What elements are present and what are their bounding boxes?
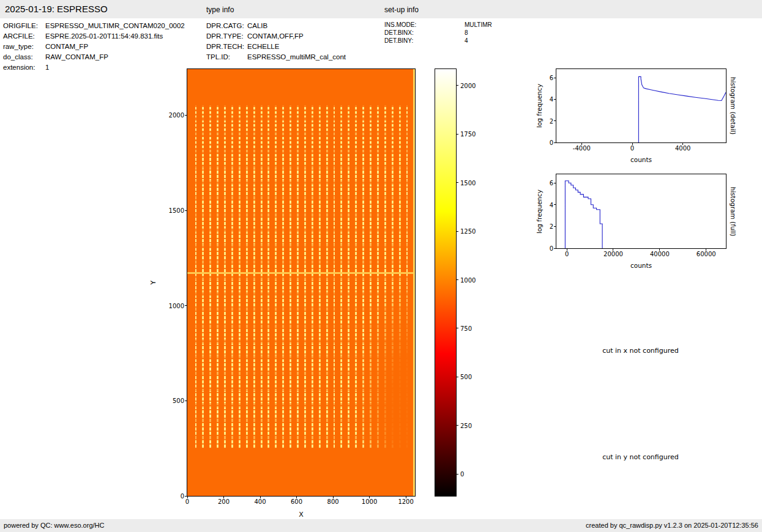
echelle-orders-pattern [190, 105, 413, 448]
tick-label: 4 [550, 201, 553, 208]
tick-label: 2000 [169, 112, 184, 119]
footer-bar: powered by QC: www.eso.org/HC created by… [0, 519, 762, 532]
field-value: ESPRE.2025-01-20T11:54:49.831.fits [45, 31, 163, 42]
tick-label: 1500 [460, 179, 476, 186]
tick-mark [456, 182, 458, 183]
file-info-row: do_class: RAW_CONTAM_FP [3, 52, 185, 62]
field-label: do_class: [3, 52, 45, 62]
field-label: ARCFILE: [3, 31, 45, 42]
tick-label: 0 [565, 251, 569, 257]
raw-image [187, 69, 415, 496]
footer-created-by: created by qc_rawdisp.py v1.2.3 on 2025-… [586, 522, 758, 529]
histogram-line [556, 174, 726, 248]
header-bar: 2025-01-19: ESPRESSO type info set-up in… [0, 0, 762, 18]
field-value: 1 [45, 62, 49, 73]
y-axis-label: log frequency [536, 69, 543, 142]
tick-label: 200 [218, 498, 230, 505]
setup-info-row: INS.MODE: MULTIMR [384, 21, 492, 29]
field-label: DPR.CATG: [206, 21, 247, 31]
field-value: CALIB [247, 21, 267, 31]
x-axis-label: counts [556, 262, 726, 269]
tick-label: 0 [181, 493, 184, 500]
tick-label: 1000 [362, 498, 377, 505]
tick-mark [185, 401, 187, 401]
type-info-row: DPR.TYPE: CONTAM,OFF,FP [206, 31, 346, 42]
setup-info-row: DET.BINX: 8 [384, 29, 492, 37]
tick-mark [456, 328, 458, 328]
qc-report-page: 2025-01-19: ESPRESSO type info set-up in… [0, 0, 762, 532]
histogram-line [556, 69, 726, 142]
tick-label: 2 [550, 223, 553, 230]
tick-label: 0 [185, 498, 189, 505]
field-label: raw_type: [3, 42, 45, 52]
tick-label: 0 [630, 145, 634, 152]
tick-label: -4000 [573, 145, 591, 152]
x-axis-label: X [187, 511, 415, 519]
bright-edge-column [413, 69, 415, 496]
footer-qc-link[interactable]: powered by QC: www.eso.org/HC [4, 522, 104, 529]
type-info-row: DPR.CATG: CALIB [206, 21, 346, 31]
type-info-row: DPR.TECH: ECHELLE [206, 42, 346, 52]
tick-label: 40000 [650, 251, 670, 257]
tick-label: 800 [327, 498, 339, 505]
field-label: ORIGFILE: [3, 21, 45, 31]
tick-label: 20000 [603, 251, 623, 257]
setup-info-block: INS.MODE: MULTIMR DET.BINX: 8 DET.BINY: … [384, 21, 492, 45]
tick-label: 500 [460, 374, 472, 380]
cut-x-message: cut in x not configured [556, 347, 725, 355]
tick-label: 400 [254, 498, 266, 505]
tick-label: 6 [550, 75, 553, 81]
tick-label: 250 [460, 422, 472, 429]
field-value: CONTAM,OFF,FP [247, 31, 304, 42]
field-value: ESPRESSO_multiMR_cal_cont [247, 52, 346, 62]
field-label: DPR.TECH: [206, 42, 247, 52]
tick-label: 4000 [675, 145, 690, 152]
tick-label: 2 [550, 117, 553, 124]
tick-label: 2000 [460, 82, 476, 89]
tick-mark [456, 279, 458, 280]
cut-y-message: cut in y not configured [556, 453, 725, 461]
file-info-row: extension: 1 [3, 62, 185, 73]
tick-mark [456, 377, 458, 377]
field-value: RAW_CONTAM_FP [45, 52, 108, 62]
file-info-row: ARCFILE: ESPRE.2025-01-20T11:54:49.831.f… [3, 31, 185, 42]
type-info-block: DPR.CATG: CALIB DPR.TYPE: CONTAM,OFF,FP … [206, 21, 346, 62]
y-axis-label: Y [149, 270, 158, 295]
order-curvature-fade [359, 276, 415, 465]
field-label: TPL.ID: [206, 52, 247, 62]
tick-label: 500 [173, 397, 184, 404]
field-label: DET.BINY: [384, 37, 465, 45]
tick-mark [185, 210, 187, 211]
tick-label: 1200 [398, 498, 413, 505]
field-value: 4 [465, 37, 468, 45]
tick-mark [456, 134, 458, 135]
field-label: extension: [3, 62, 45, 73]
tick-label: 1000 [460, 276, 476, 283]
setup-info-row: DET.BINY: 4 [384, 37, 492, 45]
file-info-row: raw_type: CONTAM_FP [3, 42, 185, 52]
tick-mark [185, 305, 187, 306]
tick-label: 600 [291, 498, 302, 505]
plot-title-right: histogram (full) [730, 172, 737, 251]
setup-info-heading: set-up info [384, 6, 419, 14]
type-info-row: TPL.ID: ESPRESSO_multiMR_cal_cont [206, 52, 346, 62]
tick-label: 1000 [169, 302, 184, 309]
tick-mark [185, 496, 187, 497]
field-label: DPR.TYPE: [206, 31, 247, 42]
tick-label: 1250 [460, 228, 476, 235]
tick-label: 0 [460, 471, 464, 478]
histogram-full-plot: log frequency counts histogram (full) 02… [556, 174, 727, 249]
field-value: ECHELLE [247, 42, 279, 52]
tick-mark [456, 425, 458, 426]
field-label: INS.MODE: [384, 21, 465, 29]
bright-horizontal-line [187, 272, 415, 274]
page-title: 2025-01-19: ESPRESSO [5, 4, 108, 14]
field-value: 8 [465, 29, 468, 37]
field-value: MULTIMR [465, 21, 492, 29]
tick-label: 60000 [697, 251, 716, 257]
tick-mark [185, 115, 187, 116]
histogram-detail-plot: log frequency counts histogram (detail) … [556, 68, 727, 143]
field-value: ESPRESSO_MULTIMR_CONTAM020_0002 [45, 21, 185, 31]
colorbar: 025050075010001250150017502000 [435, 68, 457, 497]
plot-title-right: histogram (detail) [730, 66, 737, 146]
